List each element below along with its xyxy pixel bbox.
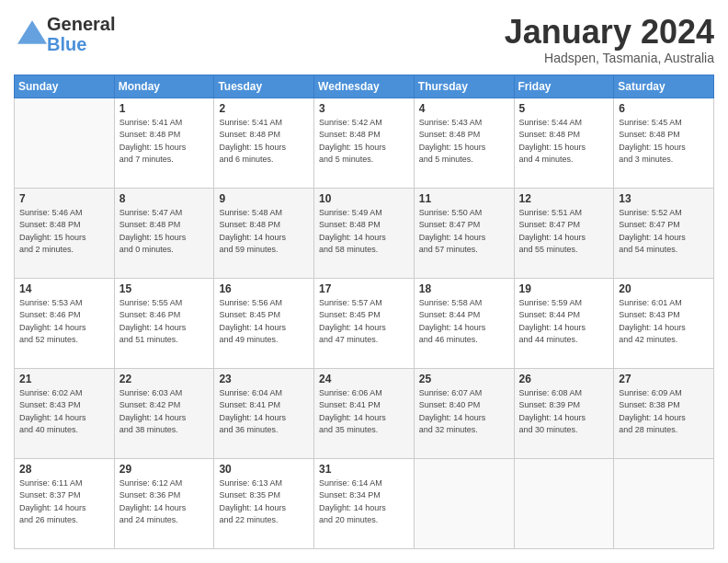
weekday-header-row: SundayMondayTuesdayWednesdayThursdayFrid… — [15, 75, 714, 98]
calendar-cell: 23Sunrise: 6:04 AM Sunset: 8:41 PM Dayli… — [214, 368, 314, 458]
calendar-cell — [614, 458, 714, 548]
day-number: 26 — [519, 373, 609, 385]
day-number: 9 — [219, 192, 309, 205]
day-info: Sunrise: 6:07 AM Sunset: 8:40 PM Dayligh… — [419, 387, 509, 437]
calendar-cell: 19Sunrise: 5:59 AM Sunset: 8:44 PM Dayli… — [514, 278, 614, 368]
day-number: 18 — [419, 282, 509, 295]
day-info: Sunrise: 5:41 AM Sunset: 8:48 PM Dayligh… — [219, 117, 309, 167]
calendar-cell: 22Sunrise: 6:03 AM Sunset: 8:42 PM Dayli… — [114, 368, 214, 458]
calendar-cell: 28Sunrise: 6:11 AM Sunset: 8:37 PM Dayli… — [15, 458, 115, 548]
day-info: Sunrise: 6:08 AM Sunset: 8:39 PM Dayligh… — [519, 387, 609, 437]
calendar-cell: 13Sunrise: 5:52 AM Sunset: 8:47 PM Dayli… — [614, 188, 714, 278]
calendar-cell: 11Sunrise: 5:50 AM Sunset: 8:47 PM Dayli… — [414, 188, 514, 278]
day-number: 1 — [119, 102, 210, 115]
weekday-header: Sunday — [15, 75, 115, 98]
calendar-cell: 18Sunrise: 5:58 AM Sunset: 8:44 PM Dayli… — [414, 278, 514, 368]
calendar-week-row: 7Sunrise: 5:46 AM Sunset: 8:48 PM Daylig… — [15, 188, 714, 278]
header: General Blue January 2024 Hadspen, Tasma… — [14, 14, 714, 65]
day-number: 2 — [219, 102, 309, 115]
day-number: 10 — [319, 192, 409, 205]
calendar-cell: 24Sunrise: 6:06 AM Sunset: 8:41 PM Dayli… — [314, 368, 415, 458]
logo: General Blue — [14, 14, 115, 54]
calendar-week-row: 1Sunrise: 5:41 AM Sunset: 8:48 PM Daylig… — [15, 98, 714, 188]
calendar-cell: 5Sunrise: 5:44 AM Sunset: 8:48 PM Daylig… — [514, 98, 614, 188]
day-info: Sunrise: 6:13 AM Sunset: 8:35 PM Dayligh… — [219, 477, 309, 527]
calendar-cell: 3Sunrise: 5:42 AM Sunset: 8:48 PM Daylig… — [314, 98, 415, 188]
calendar-cell: 9Sunrise: 5:48 AM Sunset: 8:48 PM Daylig… — [214, 188, 314, 278]
day-number: 29 — [119, 463, 210, 476]
day-info: Sunrise: 5:47 AM Sunset: 8:48 PM Dayligh… — [119, 207, 210, 257]
day-info: Sunrise: 6:14 AM Sunset: 8:34 PM Dayligh… — [319, 477, 409, 527]
day-number: 22 — [119, 373, 210, 385]
calendar-cell: 16Sunrise: 5:56 AM Sunset: 8:45 PM Dayli… — [214, 278, 314, 368]
day-info: Sunrise: 5:46 AM Sunset: 8:48 PM Dayligh… — [19, 207, 109, 257]
calendar-cell: 26Sunrise: 6:08 AM Sunset: 8:39 PM Dayli… — [514, 368, 614, 458]
logo-blue: Blue — [47, 34, 115, 54]
day-info: Sunrise: 5:57 AM Sunset: 8:45 PM Dayligh… — [319, 297, 409, 347]
day-number: 19 — [519, 282, 609, 295]
calendar-cell — [514, 458, 614, 548]
calendar-week-row: 14Sunrise: 5:53 AM Sunset: 8:46 PM Dayli… — [15, 278, 714, 368]
day-info: Sunrise: 6:11 AM Sunset: 8:37 PM Dayligh… — [19, 477, 109, 527]
day-info: Sunrise: 6:04 AM Sunset: 8:41 PM Dayligh… — [219, 387, 309, 437]
day-number: 11 — [419, 192, 509, 205]
day-info: Sunrise: 5:58 AM Sunset: 8:44 PM Dayligh… — [419, 297, 509, 347]
weekday-header: Saturday — [614, 75, 714, 98]
calendar-cell: 2Sunrise: 5:41 AM Sunset: 8:48 PM Daylig… — [214, 98, 314, 188]
day-info: Sunrise: 5:45 AM Sunset: 8:48 PM Dayligh… — [619, 117, 709, 167]
day-number: 4 — [419, 102, 509, 115]
day-number: 13 — [619, 192, 709, 205]
day-number: 8 — [119, 192, 210, 205]
day-number: 24 — [319, 373, 409, 385]
day-info: Sunrise: 5:48 AM Sunset: 8:48 PM Dayligh… — [219, 207, 309, 257]
calendar-cell: 17Sunrise: 5:57 AM Sunset: 8:45 PM Dayli… — [314, 278, 415, 368]
title-area: January 2024 Hadspen, Tasmania, Australi… — [505, 14, 714, 65]
svg-marker-0 — [17, 20, 47, 44]
logo-general: General — [47, 14, 115, 34]
calendar-cell: 21Sunrise: 6:02 AM Sunset: 8:43 PM Dayli… — [15, 368, 115, 458]
calendar-cell: 10Sunrise: 5:49 AM Sunset: 8:48 PM Dayli… — [314, 188, 415, 278]
location: Hadspen, Tasmania, Australia — [505, 51, 714, 65]
day-info: Sunrise: 5:43 AM Sunset: 8:48 PM Dayligh… — [419, 117, 509, 167]
calendar-cell: 1Sunrise: 5:41 AM Sunset: 8:48 PM Daylig… — [114, 98, 214, 188]
day-info: Sunrise: 5:50 AM Sunset: 8:47 PM Dayligh… — [419, 207, 509, 257]
day-number: 14 — [19, 282, 109, 295]
day-info: Sunrise: 6:09 AM Sunset: 8:38 PM Dayligh… — [619, 387, 709, 437]
calendar-cell: 31Sunrise: 6:14 AM Sunset: 8:34 PM Dayli… — [314, 458, 415, 548]
day-number: 3 — [319, 102, 409, 115]
calendar-week-row: 28Sunrise: 6:11 AM Sunset: 8:37 PM Dayli… — [15, 458, 714, 548]
day-number: 6 — [619, 102, 709, 115]
day-info: Sunrise: 6:02 AM Sunset: 8:43 PM Dayligh… — [19, 387, 109, 437]
day-info: Sunrise: 5:41 AM Sunset: 8:48 PM Dayligh… — [119, 117, 210, 167]
weekday-header: Tuesday — [214, 75, 314, 98]
day-info: Sunrise: 5:56 AM Sunset: 8:45 PM Dayligh… — [219, 297, 309, 347]
calendar-cell — [15, 98, 115, 188]
day-info: Sunrise: 6:12 AM Sunset: 8:36 PM Dayligh… — [119, 477, 210, 527]
calendar-cell: 14Sunrise: 5:53 AM Sunset: 8:46 PM Dayli… — [15, 278, 115, 368]
day-number: 12 — [519, 192, 609, 205]
day-number: 20 — [619, 282, 709, 295]
calendar-cell: 8Sunrise: 5:47 AM Sunset: 8:48 PM Daylig… — [114, 188, 214, 278]
day-info: Sunrise: 5:52 AM Sunset: 8:47 PM Dayligh… — [619, 207, 709, 257]
calendar-cell: 30Sunrise: 6:13 AM Sunset: 8:35 PM Dayli… — [214, 458, 314, 548]
calendar-cell: 7Sunrise: 5:46 AM Sunset: 8:48 PM Daylig… — [15, 188, 115, 278]
weekday-header: Thursday — [414, 75, 514, 98]
calendar-cell: 20Sunrise: 6:01 AM Sunset: 8:43 PM Dayli… — [614, 278, 714, 368]
day-info: Sunrise: 5:42 AM Sunset: 8:48 PM Dayligh… — [319, 117, 409, 167]
calendar-week-row: 21Sunrise: 6:02 AM Sunset: 8:43 PM Dayli… — [15, 368, 714, 458]
calendar-cell — [414, 458, 514, 548]
day-number: 21 — [19, 373, 109, 385]
weekday-header: Friday — [514, 75, 614, 98]
day-number: 17 — [319, 282, 409, 295]
day-number: 30 — [219, 463, 309, 476]
month-title: January 2024 — [505, 14, 714, 51]
day-info: Sunrise: 5:59 AM Sunset: 8:44 PM Dayligh… — [519, 297, 609, 347]
calendar-cell: 12Sunrise: 5:51 AM Sunset: 8:47 PM Dayli… — [514, 188, 614, 278]
day-info: Sunrise: 5:51 AM Sunset: 8:47 PM Dayligh… — [519, 207, 609, 257]
day-info: Sunrise: 5:44 AM Sunset: 8:48 PM Dayligh… — [519, 117, 609, 167]
day-info: Sunrise: 5:55 AM Sunset: 8:46 PM Dayligh… — [119, 297, 210, 347]
day-number: 31 — [319, 463, 409, 476]
day-number: 16 — [219, 282, 309, 295]
day-number: 27 — [619, 373, 709, 385]
day-number: 23 — [219, 373, 309, 385]
